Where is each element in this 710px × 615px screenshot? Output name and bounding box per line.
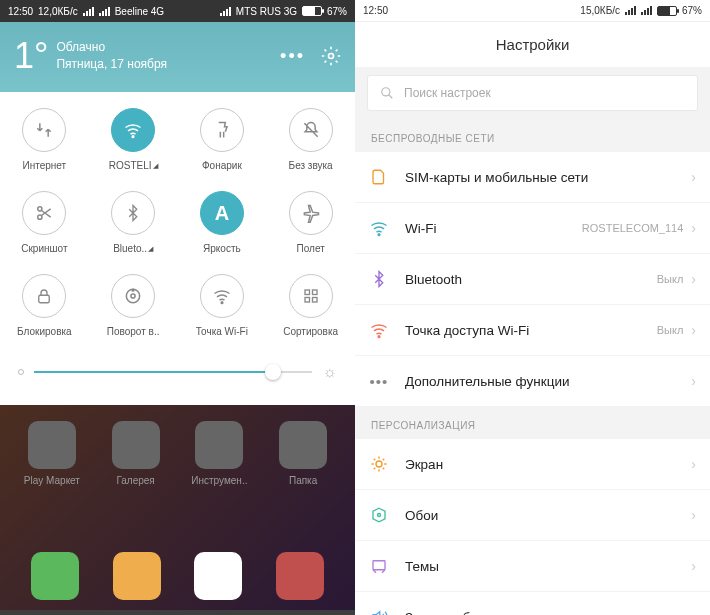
qs-label: ROSTELI ◢ xyxy=(109,160,158,171)
settings-row-value: ROSTELECOM_114 xyxy=(582,222,683,234)
qs-label: Яркость xyxy=(203,243,241,254)
search-placeholder: Поиск настроек xyxy=(404,86,491,100)
app-box-icon xyxy=(279,421,327,469)
qs-label: Блокировка xyxy=(17,326,72,337)
status-battery: 67% xyxy=(682,5,702,16)
qs-label: Интернет xyxy=(23,160,67,171)
settings-row-more[interactable]: •••Дополнительные функции› xyxy=(355,356,710,406)
search-input[interactable]: Поиск настроек xyxy=(367,75,698,111)
rotate-icon xyxy=(111,274,155,318)
bright-icon: A xyxy=(200,191,244,235)
svg-point-13 xyxy=(382,88,390,96)
app-box-icon xyxy=(195,421,243,469)
brightness-slider[interactable]: ☼ xyxy=(0,357,355,395)
battery-icon xyxy=(657,6,677,16)
qs-toggle-flash[interactable]: Фонарик xyxy=(183,108,261,171)
svg-point-15 xyxy=(378,234,380,236)
settings-icon[interactable] xyxy=(321,46,341,67)
wireless-list: SIM-карты и мобильные сети›Wi-FiROSTELEC… xyxy=(355,152,710,406)
svg-rect-9 xyxy=(305,290,310,295)
svg-point-6 xyxy=(131,294,135,298)
home-screen: Play МаркетГалереяИнструмен..Папка xyxy=(0,405,355,610)
settings-row-value: Выкл xyxy=(657,324,684,336)
grid-icon xyxy=(289,274,333,318)
app-label: Инструмен.. xyxy=(191,475,247,486)
settings-row-wall[interactable]: Обои› xyxy=(355,490,710,541)
app-icon[interactable]: Play Маркет xyxy=(17,421,87,486)
qs-toggle-sync[interactable]: Интернет xyxy=(5,108,83,171)
status-time: 12:50 xyxy=(363,5,388,16)
wifi-icon xyxy=(111,108,155,152)
app-label: Play Маркет xyxy=(24,475,80,486)
qs-toggle-plane[interactable]: Полет xyxy=(272,191,350,254)
qs-label: Фонарик xyxy=(202,160,242,171)
qs-toggle-wifi[interactable]: ROSTELI ◢ xyxy=(94,108,172,171)
weather-temp: 1° xyxy=(14,38,48,74)
settings-row-label: SIM-карты и мобильные сети xyxy=(405,170,691,185)
qs-label: Скриншот xyxy=(21,243,67,254)
phone-settings: 12:50 15,0КБ/с 67% Настройки Поиск настр… xyxy=(355,0,710,615)
app-icon[interactable]: Инструмен.. xyxy=(184,421,254,486)
svg-line-14 xyxy=(389,95,393,99)
signal-icon xyxy=(625,6,636,15)
wall-icon xyxy=(369,505,389,525)
more-icon: ••• xyxy=(369,371,389,391)
svg-rect-19 xyxy=(373,561,385,570)
weather-header[interactable]: 1° Облачно Пятница, 17 ноября ••• xyxy=(0,22,355,92)
bt-icon xyxy=(369,269,389,289)
qs-toggle-lock[interactable]: Блокировка xyxy=(5,274,83,337)
qs-toggle-rotate[interactable]: Поворот в.. xyxy=(94,274,172,337)
app-icon[interactable]: Папка xyxy=(268,421,338,486)
qs-toggle-bt[interactable]: Blueto.. ◢ xyxy=(94,191,172,254)
qs-toggle-scissors[interactable]: Скриншот xyxy=(5,191,83,254)
settings-row-label: Звук и вибрация xyxy=(405,610,691,616)
app-label: Папка xyxy=(289,475,317,486)
app-box-icon xyxy=(28,421,76,469)
svg-point-8 xyxy=(221,302,223,304)
chevron-right-icon: › xyxy=(691,169,696,185)
dock-messages-icon[interactable] xyxy=(113,552,161,600)
settings-row-sim[interactable]: SIM-карты и мобильные сети› xyxy=(355,152,710,203)
themes-icon xyxy=(369,556,389,576)
chevron-right-icon: › xyxy=(691,322,696,338)
signal-icon xyxy=(83,7,94,16)
qs-toggle-mute[interactable]: Без звука xyxy=(272,108,350,171)
status-battery: 67% xyxy=(327,6,347,17)
dock-camera-icon[interactable] xyxy=(276,552,324,600)
personal-list: Экран›Обои›Темы›Звук и вибрация› xyxy=(355,439,710,615)
dock-phone-icon[interactable] xyxy=(31,552,79,600)
settings-row-hotspot[interactable]: Точка доступа Wi-FiВыкл› xyxy=(355,305,710,356)
settings-row-label: Точка доступа Wi-Fi xyxy=(405,323,657,338)
settings-row-sound[interactable]: Звук и вибрация› xyxy=(355,592,710,615)
dock xyxy=(0,552,355,600)
settings-row-label: Дополнительные функции xyxy=(405,374,691,389)
chevron-right-icon: › xyxy=(691,220,696,236)
settings-row-label: Обои xyxy=(405,508,691,523)
qs-toggle-hotspot[interactable]: Точка Wi-Fi xyxy=(183,274,261,337)
settings-row-bt[interactable]: BluetoothВыкл› xyxy=(355,254,710,305)
status-speed: 12,0КБ/с xyxy=(38,6,78,17)
dock-browser-icon[interactable] xyxy=(194,552,242,600)
svg-point-0 xyxy=(329,53,334,58)
lock-icon xyxy=(22,274,66,318)
phone-quicksettings: 12:50 12,0КБ/с Beeline 4G MTS RUS 3G 67%… xyxy=(0,0,355,615)
svg-rect-10 xyxy=(312,290,317,295)
quick-settings-panel: ИнтернетROSTELI ◢ФонарикБез звукаСкриншо… xyxy=(0,92,355,405)
svg-point-18 xyxy=(378,514,381,517)
svg-rect-11 xyxy=(305,298,310,303)
qs-label: Blueto.. ◢ xyxy=(113,243,153,254)
app-icon[interactable]: Галерея xyxy=(101,421,171,486)
settings-row-display[interactable]: Экран› xyxy=(355,439,710,490)
more-icon[interactable]: ••• xyxy=(280,46,305,67)
settings-row-wifi[interactable]: Wi-FiROSTELECOM_114› xyxy=(355,203,710,254)
weather-date: Пятница, 17 ноября xyxy=(56,56,167,73)
settings-row-themes[interactable]: Темы› xyxy=(355,541,710,592)
qs-toggle-bright[interactable]: AЯркость xyxy=(183,191,261,254)
sim-icon xyxy=(369,167,389,187)
status-carrier: MTS RUS 3G xyxy=(236,6,297,17)
qs-toggle-grid[interactable]: Сортировка xyxy=(272,274,350,337)
svg-point-16 xyxy=(378,336,380,338)
section-personal-title: ПЕРСОНАЛИЗАЦИЯ xyxy=(355,406,710,439)
svg-point-7 xyxy=(132,289,134,291)
brightness-min-icon xyxy=(18,369,24,375)
